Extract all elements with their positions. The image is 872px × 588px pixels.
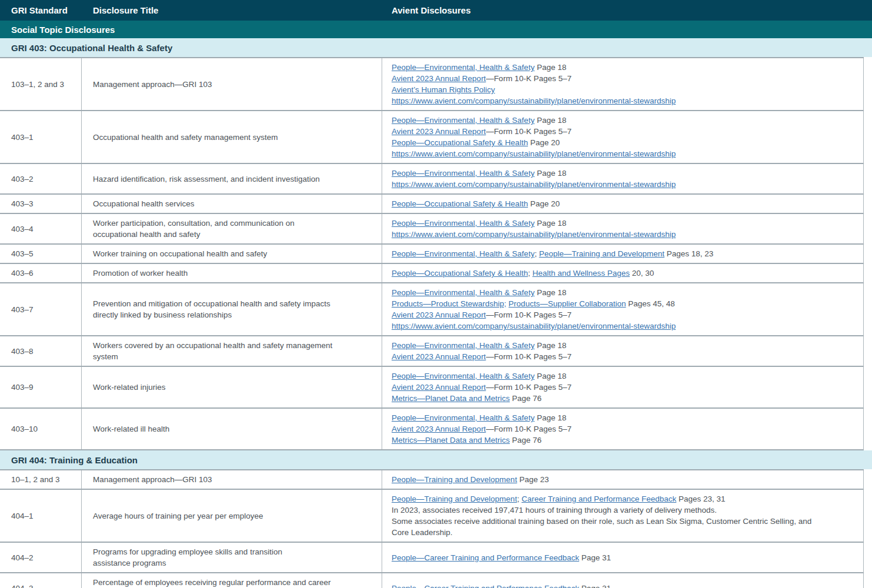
disclosure-link[interactable]: People—Environmental, Health & Safety [392,288,534,297]
avient-disclosures-cell: People—Career Training and Performance F… [382,543,863,572]
avient-disclosures-cell: People—Environmental, Health & Safety Pa… [382,58,863,110]
disclosure-text: ; [517,495,522,503]
table-row: 404–3Percentage of employees receiving r… [0,573,864,588]
disclosure-text: Page 18 [534,288,566,297]
disclosure-link[interactable]: People—Environmental, Health & Safety [392,116,534,125]
disclosure-link[interactable]: People—Environmental, Health & Safety [392,63,534,72]
disclosure-line: In 2023, associates received 197,471 hou… [392,505,854,516]
disclosure-line: https://www.avient.com/company/sustainab… [392,229,854,240]
disclosure-link[interactable]: Avient 2023 Annual Report [392,310,486,319]
disclosure-line: Avient 2023 Annual Report—Form 10-K Page… [392,73,854,84]
gri-standard-cell: 403–10 [0,409,82,449]
disclosure-text: Page 76 [510,394,542,403]
disclosure-text: —Form 10-K Pages 5–7 [486,425,572,433]
disclosure-link[interactable]: People—Career Training and Performance F… [392,584,579,588]
disclosure-text: Page 18 [534,413,566,422]
disclosure-link[interactable]: Avient’s Human Rights Policy [392,85,495,94]
disclosure-line: People—Environmental, Health & Safety Pa… [392,340,854,351]
avient-disclosures-cell: People—Environmental, Health & Safety Pa… [382,164,863,193]
table-row: 403–7Prevention and mitigation of occupa… [0,283,864,336]
disclosure-text: —Form 10-K Pages 5–7 [486,310,572,319]
gri-standard-cell: 404–2 [0,543,82,572]
disclosure-link[interactable]: https://www.avient.com/company/sustainab… [392,149,676,158]
disclosure-line: Avient 2023 Annual Report—Form 10-K Page… [392,423,854,435]
disclosure-link[interactable]: Health and Wellness Pages [532,269,630,278]
disclosure-line: https://www.avient.com/company/sustainab… [392,179,854,190]
avient-disclosures-cell: People—Environmental, Health & Safety Pa… [382,214,863,243]
disclosure-text: Page 31 [579,584,611,588]
avient-disclosures-cell: People—Environmental, Health & Safety Pa… [382,409,863,449]
table-row: 403–3Occupational health servicesPeople—… [0,195,864,214]
disclosure-link[interactable]: Metrics—Planet Data and Metrics [392,394,510,403]
disclosure-link[interactable]: Products—Product Stewardship; [392,299,506,308]
table-row: 404–2Programs for upgrading employee ski… [0,543,864,573]
col-header-avient-disclosures: Avient Disclosures [382,5,872,15]
disclosure-link[interactable]: People—Environmental, Health & Safety [392,413,534,422]
disclosure-link[interactable]: https://www.avient.com/company/sustainab… [392,180,676,189]
avient-disclosures-cell: People—Environmental, Health & Safety Pa… [382,336,863,366]
disclosure-link[interactable]: People—Environmental, Health & Safety [392,372,534,380]
col-header-disclosure-title: Disclosure Title [82,5,382,15]
avient-disclosures-cell: People—Occupational Safety & Health Page… [382,195,863,213]
disclosure-link[interactable]: People—Occupational Safety & Health [392,269,528,278]
gri-standard-cell: 403–8 [0,336,82,366]
disclosure-link[interactable]: Avient 2023 Annual Report [392,74,486,83]
gri-standard-cell: 404–3 [0,573,82,588]
disclosure-line: People—Training and Development Page 23 [392,474,854,485]
disclosure-line: People—Environmental, Health & Safety Pa… [392,287,854,298]
disclosure-text: Page 18 [534,116,566,125]
avient-disclosures-cell: People—Environmental, Health & Safety Pa… [382,283,863,335]
disclosure-link[interactable]: People—Environmental, Health & Safety [392,341,534,350]
disclosure-link[interactable]: Avient 2023 Annual Report [392,352,486,361]
disclosure-link[interactable]: People—Training and Development [392,475,517,484]
avient-disclosures-cell: People—Career Training and Performance F… [382,573,863,588]
table-groups: GRI 403: Occupational Health & Safety103… [0,38,872,588]
gri-standard-cell: 403–3 [0,195,82,213]
disclosure-title-cell: Average hours of training per year per e… [82,490,382,542]
disclosure-text: Pages 23, 31 [676,495,725,503]
disclosure-link[interactable]: People—Environmental, Health & Safety [392,219,534,228]
disclosure-link[interactable]: https://www.avient.com/company/sustainab… [392,96,676,105]
gri-standard-cell: 403–7 [0,283,82,335]
table-row: 403–5Worker training on occupational hea… [0,245,864,264]
table-row: 403–1Occupational health and safety mana… [0,111,864,164]
disclosure-title-cell: Promotion of worker health [82,264,382,282]
disclosure-title-cell: Management approach—GRI 103 [82,470,382,489]
disclosure-title-cell: Work-related injuries [82,367,382,407]
disclosure-link[interactable]: Avient 2023 Annual Report [392,383,486,392]
disclosure-link[interactable]: Metrics—Planet Data and Metrics [392,436,510,445]
disclosure-link[interactable]: People—Training and Development [392,495,517,503]
disclosure-link[interactable]: Products—Supplier Collaboration [509,299,626,308]
disclosure-link[interactable]: https://www.avient.com/company/sustainab… [392,322,676,330]
disclosure-link[interactable]: https://www.avient.com/company/sustainab… [392,230,676,239]
disclosure-link[interactable]: People—Training and Development [539,249,664,258]
disclosure-text: In 2023, associates received 197,471 hou… [392,506,717,514]
avient-disclosures-cell: People—Environmental, Health & Safety; P… [382,245,863,263]
table-row: 404–1Average hours of training per year … [0,490,864,543]
disclosure-line: People—Career Training and Performance F… [392,552,854,563]
disclosure-text: —Form 10-K Pages 5–7 [486,352,572,361]
disclosure-link[interactable]: People—Environmental, Health & Safety [392,249,534,258]
disclosure-link[interactable]: People—Environmental, Health & Safety [392,169,534,178]
disclosure-link[interactable]: People—Occupational Safety & Health [392,138,528,147]
disclosure-link[interactable]: People—Career Training and Performance F… [392,553,579,562]
disclosure-text: 20, 30 [630,269,654,278]
disclosure-line: People—Career Training and Performance F… [392,583,854,588]
disclosure-link[interactable]: Career Training and Performance Feedback [522,495,676,503]
disclosure-text: Page 18 [534,341,566,350]
disclosure-line: People—Environmental, Health & Safety Pa… [392,168,854,179]
gri-standard-cell: 403–9 [0,367,82,407]
disclosure-line: People—Environmental, Health & Safety Pa… [392,412,854,423]
disclosure-line: People—Environmental, Health & Safety Pa… [392,115,854,126]
disclosure-line: People—Environmental, Health & Safety Pa… [392,62,854,73]
disclosure-link[interactable]: Avient 2023 Annual Report [392,127,486,136]
disclosure-line: Avient 2023 Annual Report—Form 10-K Page… [392,351,854,362]
avient-disclosures-cell: People—Environmental, Health & Safety Pa… [382,367,863,407]
gri-standard-cell: 103–1, 2 and 3 [0,58,82,110]
disclosure-link[interactable]: Avient 2023 Annual Report [392,425,486,433]
table-header-row: GRI Standard Disclosure Title Avient Dis… [0,0,872,21]
disclosure-link[interactable]: People—Occupational Safety & Health [392,199,528,208]
disclosure-line: Products—Product Stewardship; Products—S… [392,298,854,309]
disclosure-line: https://www.avient.com/company/sustainab… [392,320,854,332]
gri-index-page: GRI Standard Disclosure Title Avient Dis… [0,0,872,588]
